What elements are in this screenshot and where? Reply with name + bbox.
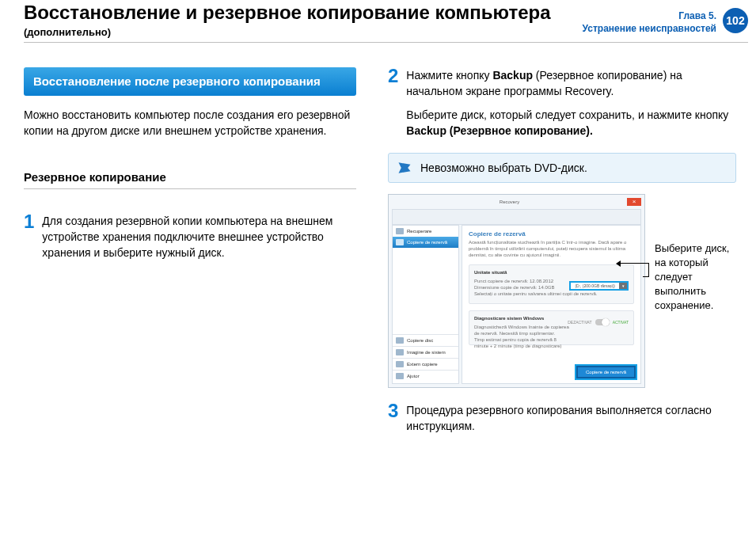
diagnostic-toggle[interactable]: DEZACTIVAT ACTIVAT [568,319,629,325]
sidebar-item-label: Extern copiere [407,362,438,367]
drive-panel-title: Unitate situată [474,269,629,276]
step-2-bold-1: Backup [492,69,533,82]
toggle-icon [595,319,610,325]
sidebar-item-copydisc[interactable]: Copiere disc [393,334,458,346]
step-2-number: 2 [388,67,398,85]
sidebar-item-label: Ajutor [407,374,420,378]
step-1-number: 1 [24,213,34,230]
drive-select-label: (D:, (200.0GB rămași)) [571,283,619,289]
info-bar: Невозможно выбрать DVD-диск. [388,153,736,183]
drive-panel: Unitate situată Punct copiere de rezervă… [469,264,634,304]
subsection-title: Резервное копирование [24,170,356,189]
callout-arrow [619,263,649,277]
main-description: Această funcționalitate stochează în par… [469,239,634,258]
intro-text: Можно восстановить компьютер после созда… [24,107,356,139]
step-3-number: 3 [388,402,398,420]
recovery-icon [396,228,404,234]
sidebar-item-extern[interactable]: Extern copiere [393,358,458,370]
divider [24,42,748,43]
chapter-line-1: Глава 5. [583,10,716,22]
sidebar-item-label: Recuperare [407,229,431,234]
left-column: Восстановление после резервного копирова… [24,67,356,272]
chevron-down-icon: ▾ [619,283,627,289]
sidebar-item-label: Copiere de rezervă [407,240,447,245]
drive-icon [396,361,404,367]
sidebar-item-recovery[interactable]: Recuperare [393,226,458,237]
callout-text: Выберите диск, на который следует выполн… [655,241,736,313]
page-title: Восстановление и резервное копирование к… [24,2,551,24]
app-toolbar [392,209,641,225]
diagnostic-panel: Diagnosticare sistem Windows Diagnostich… [469,310,634,345]
drive-select[interactable]: (D:, (200.0GB rămași)) ▾ [569,281,629,291]
page-subtitle: (дополнительно) [24,26,111,38]
diagnostic-panel-line: Timp estimat pentru copia de rezervă 8 m… [474,336,569,349]
toggle-on-label: ACTIVAT [613,319,629,325]
page-number: 102 [723,8,748,33]
app-title: Recovery [392,200,627,204]
disc-icon [396,337,404,344]
close-icon[interactable]: × [627,198,641,206]
step-2-bold-2: Backup (Резервное копирование). [406,124,592,137]
screenshot-wrap: Recovery × Recuperare Copiere de rezervă… [388,194,736,388]
step-1: 1 Для создания резервной копии компьютер… [24,213,356,260]
app-titlebar: Recovery × [392,197,641,207]
app-main: Copiere de rezervă Această funcționalita… [462,225,641,384]
info-text: Невозможно выбрать DVD-диск. [420,162,587,174]
recovery-app-window: Recovery × Recuperare Copiere de rezervă… [388,194,645,388]
backup-button[interactable]: Copiere de rezervă [576,366,636,378]
sidebar-item-backup[interactable]: Copiere de rezervă [393,237,458,248]
help-icon [396,373,404,379]
section-banner: Восстановление после резервного копирова… [24,67,356,96]
chapter-line-2: Устранение неисправностей [583,22,716,35]
step-2-text-a: Нажмите кнопку [406,69,492,82]
sidebar-bottom: Copiere disc Imagine de sistem Extern co… [393,334,458,382]
step-2-text: Нажмите кнопку Backup (Резервное копиров… [406,67,736,139]
step-2-text-d: Выберите диск, который следует сохранить… [406,108,728,121]
sidebar-item-label: Copiere disc [407,338,433,343]
step-2: 2 Нажмите кнопку Backup (Резервное копир… [388,67,736,139]
sidebar-item-help[interactable]: Ajutor [393,370,458,382]
step-3: 3 Процедура резервного копирования выпол… [388,402,736,434]
main-title: Copiere de rezervă [469,230,634,238]
chapter-label: Глава 5. Устранение неисправностей [583,10,716,35]
diagnostic-panel-line: Diagnosticheză Windows înainte de copier… [474,324,569,336]
drive-panel-line: Selectați o unitate pentru salvarea ulti… [474,291,629,297]
step-3-text: Процедура резервного копирования выполня… [406,402,736,434]
backup-icon [396,239,404,245]
note-icon [397,160,412,176]
app-sidebar: Recuperare Copiere de rezervă Copiere di… [392,225,459,384]
toggle-off-label: DEZACTIVAT [568,319,591,325]
sidebar-item-systemimage[interactable]: Imagine de sistem [393,346,458,358]
right-column: 2 Нажмите кнопку Backup (Резервное копир… [388,67,736,445]
step-1-text: Для создания резервной копии компьютера … [42,213,356,260]
image-icon [396,349,404,355]
sidebar-item-label: Imagine de sistem [407,350,446,355]
